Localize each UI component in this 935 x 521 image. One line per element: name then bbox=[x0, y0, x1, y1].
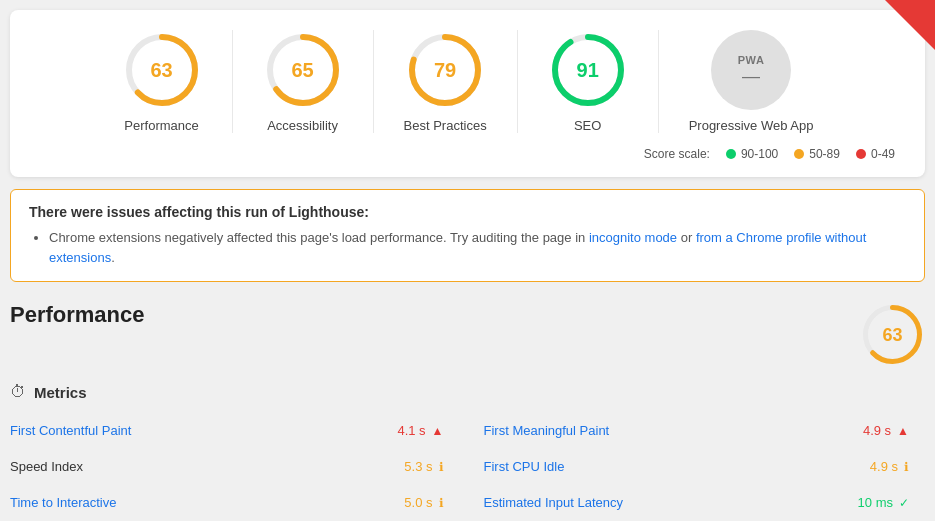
metrics-grid: First Contentful Paint 4.1 s ▲ First Mea… bbox=[10, 413, 925, 521]
score-card-seo: 91 SEO bbox=[518, 30, 659, 133]
score-card-accessibility: 65 Accessibility bbox=[233, 30, 374, 133]
scale-item-red: 0-49 bbox=[856, 147, 895, 161]
metric-row-si: Speed Index 5.3 s ℹ bbox=[10, 449, 468, 485]
metric-value-eil: 10 ms bbox=[858, 495, 893, 510]
metric-indicator-fmp: ▲ bbox=[897, 424, 909, 438]
metric-value-fci: 4.9 s bbox=[870, 459, 898, 474]
performance-section: Performance 63 ⏱ Metrics First Contentfu… bbox=[10, 302, 925, 521]
gauge-pwa: PWA — bbox=[711, 30, 791, 110]
score-panel: 63 Performance 65 Accessibility bbox=[10, 10, 925, 177]
gauge-seo: 91 bbox=[548, 30, 628, 110]
pwa-abbreviation: PWA bbox=[738, 54, 765, 66]
score-value-best-practices: 79 bbox=[434, 59, 456, 82]
scale-dot-orange bbox=[794, 149, 804, 159]
score-value-seo: 91 bbox=[577, 59, 599, 82]
warning-panel: There were issues affecting this run of … bbox=[10, 189, 925, 282]
metric-value-area-si: 5.3 s ℹ bbox=[404, 459, 443, 474]
metric-indicator-fci: ℹ bbox=[904, 460, 909, 474]
metric-value-si: 5.3 s bbox=[404, 459, 432, 474]
warning-text-or: or bbox=[677, 230, 696, 245]
score-scale-label: Score scale: bbox=[644, 147, 710, 161]
metric-value-area-tti: 5.0 s ℹ bbox=[404, 495, 443, 510]
metric-row-eil: Estimated Input Latency 10 ms ✓ bbox=[468, 485, 926, 521]
warning-title: There were issues affecting this run of … bbox=[29, 204, 906, 220]
performance-header: Performance 63 bbox=[10, 302, 925, 367]
metric-value-area-fmp: 4.9 s ▲ bbox=[863, 423, 909, 438]
metric-value-area-fcp: 4.1 s ▲ bbox=[397, 423, 443, 438]
metric-name-tti: Time to Interactive bbox=[10, 495, 116, 510]
score-label-performance: Performance bbox=[124, 118, 198, 133]
metric-row-fci: First CPU Idle 4.9 s ℹ bbox=[468, 449, 926, 485]
perf-mini-gauge: 63 bbox=[860, 302, 925, 367]
metric-value-area-fci: 4.9 s ℹ bbox=[870, 459, 909, 474]
score-label-seo: SEO bbox=[574, 118, 601, 133]
scale-range-orange: 50-89 bbox=[809, 147, 840, 161]
score-card-pwa: PWA — Progressive Web App bbox=[659, 30, 844, 133]
gauge-accessibility: 65 bbox=[263, 30, 343, 110]
metric-value-area-eil: 10 ms ✓ bbox=[858, 495, 909, 510]
metric-name-fcp: First Contentful Paint bbox=[10, 423, 131, 438]
score-value-accessibility: 65 bbox=[291, 59, 313, 82]
corner-flag bbox=[885, 0, 935, 50]
score-label-best-practices: Best Practices bbox=[404, 118, 487, 133]
perf-mini-score: 63 bbox=[882, 324, 902, 345]
metric-name-fmp: First Meaningful Paint bbox=[484, 423, 610, 438]
pwa-dash: — bbox=[742, 66, 760, 87]
warning-link-incognito[interactable]: incognito mode bbox=[589, 230, 677, 245]
gauge-performance: 63 bbox=[122, 30, 202, 110]
metric-indicator-fcp: ▲ bbox=[432, 424, 444, 438]
warning-text-end: . bbox=[111, 250, 115, 265]
score-label-accessibility: Accessibility bbox=[267, 118, 338, 133]
metric-row-fmp: First Meaningful Paint 4.9 s ▲ bbox=[468, 413, 926, 449]
score-card-performance: 63 Performance bbox=[92, 30, 233, 133]
scale-range-red: 0-49 bbox=[871, 147, 895, 161]
metric-value-fmp: 4.9 s bbox=[863, 423, 891, 438]
metric-value-tti: 5.0 s bbox=[404, 495, 432, 510]
warning-text-before: Chrome extensions negatively affected th… bbox=[49, 230, 589, 245]
metric-name-fci: First CPU Idle bbox=[484, 459, 565, 474]
scale-range-green: 90-100 bbox=[741, 147, 778, 161]
scale-dot-red bbox=[856, 149, 866, 159]
metric-indicator-si: ℹ bbox=[439, 460, 444, 474]
metric-row-tti: Time to Interactive 5.0 s ℹ bbox=[10, 485, 468, 521]
performance-title: Performance bbox=[10, 302, 145, 328]
scale-item-green: 90-100 bbox=[726, 147, 778, 161]
score-scale: Score scale: 90-100 50-89 0-49 bbox=[20, 147, 915, 161]
score-value-performance: 63 bbox=[150, 59, 172, 82]
gauge-best-practices: 79 bbox=[405, 30, 485, 110]
metric-value-fcp: 4.1 s bbox=[397, 423, 425, 438]
metrics-section: ⏱ Metrics First Contentful Paint 4.1 s ▲… bbox=[10, 383, 925, 521]
metrics-title: Metrics bbox=[34, 384, 87, 401]
metric-name-si: Speed Index bbox=[10, 459, 83, 474]
score-label-pwa: Progressive Web App bbox=[689, 118, 814, 133]
scale-dot-green bbox=[726, 149, 736, 159]
warning-list: Chrome extensions negatively affected th… bbox=[29, 228, 906, 267]
scale-item-orange: 50-89 bbox=[794, 147, 840, 161]
score-card-best-practices: 79 Best Practices bbox=[374, 30, 518, 133]
score-cards: 63 Performance 65 Accessibility bbox=[20, 30, 915, 133]
stopwatch-icon: ⏱ bbox=[10, 383, 26, 401]
metric-name-eil: Estimated Input Latency bbox=[484, 495, 623, 510]
metric-indicator-tti: ℹ bbox=[439, 496, 444, 510]
main-container: 63 Performance 65 Accessibility bbox=[0, 0, 935, 521]
metrics-header: ⏱ Metrics bbox=[10, 383, 925, 401]
metric-indicator-eil: ✓ bbox=[899, 496, 909, 510]
metric-row-fcp: First Contentful Paint 4.1 s ▲ bbox=[10, 413, 468, 449]
warning-item: Chrome extensions negatively affected th… bbox=[49, 228, 906, 267]
